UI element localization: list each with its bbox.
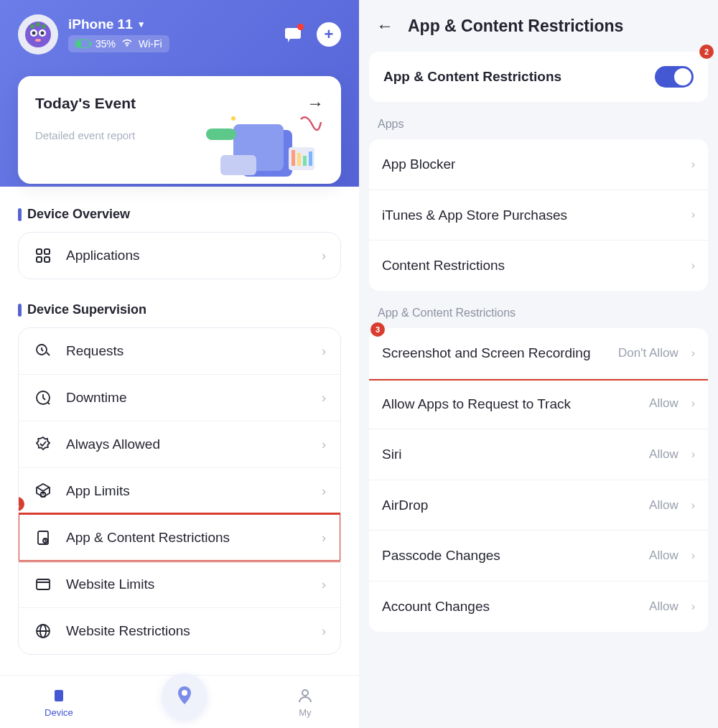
- restrictions-settings-card: Screenshot and Screen Recording Don't Al…: [369, 328, 708, 632]
- apps-icon: [33, 246, 53, 266]
- overview-menu: Applications ›: [18, 232, 341, 279]
- website-limits-icon: [33, 574, 53, 594]
- avatar: [18, 14, 58, 55]
- chevron-right-icon: ›: [691, 499, 695, 512]
- svg-point-34: [302, 690, 308, 696]
- section-overview: Device Overview: [18, 207, 341, 222]
- row-app-blocker[interactable]: App Blocker ›: [369, 139, 708, 190]
- menu-website-restrictions[interactable]: Website Restrictions ›: [19, 607, 340, 654]
- svg-point-19: [231, 116, 236, 121]
- svg-rect-21: [45, 249, 50, 254]
- svg-rect-29: [37, 579, 50, 589]
- device-name: iPhone 11: [68, 17, 133, 32]
- dropdown-caret-icon: ▼: [137, 19, 146, 29]
- chevron-right-icon: ›: [322, 248, 326, 263]
- menu-downtime[interactable]: Downtime ›: [19, 374, 340, 421]
- row-account-changes[interactable]: Account Changes Allow ›: [369, 581, 708, 632]
- chevron-right-icon: ›: [322, 344, 326, 359]
- svg-point-4: [41, 32, 45, 35]
- chevron-right-icon: ›: [322, 577, 326, 592]
- chevron-right-icon: ›: [322, 531, 326, 546]
- svg-point-33: [182, 690, 187, 696]
- battery-icon: [75, 39, 90, 48]
- restrictions-toggle[interactable]: [655, 66, 694, 88]
- chevron-right-icon: ›: [691, 448, 695, 461]
- bottom-nav: Device My: [0, 675, 359, 728]
- menu-applications[interactable]: Applications ›: [19, 233, 340, 279]
- row-siri[interactable]: Siri Allow ›: [369, 429, 708, 480]
- connection-type: Wi-Fi: [139, 38, 162, 50]
- restrictions-icon: [33, 528, 53, 548]
- apps-settings-card: App Blocker › iTunes & App Store Purchas…: [369, 139, 708, 291]
- always-allowed-icon: [33, 434, 53, 454]
- downtime-icon: [33, 388, 53, 408]
- svg-rect-16: [303, 156, 307, 166]
- svg-rect-12: [220, 155, 256, 175]
- main-toggle-card: 2 App & Content Restrictions: [369, 52, 708, 102]
- event-card[interactable]: Today's Event → Detailed event report: [18, 76, 341, 184]
- chevron-right-icon: ›: [322, 437, 326, 452]
- toggle-knob: [674, 68, 691, 85]
- wifi-icon: [121, 38, 133, 50]
- nav-my[interactable]: My: [296, 686, 314, 718]
- app-limits-icon: [33, 481, 53, 501]
- left-panel: iPhone 11 ▼ 35% Wi-Fi: [0, 0, 359, 728]
- requests-icon: [33, 341, 53, 361]
- chat-button[interactable]: [281, 22, 305, 47]
- menu-always-allowed[interactable]: Always Allowed ›: [19, 421, 340, 467]
- section-supervision: Device Supervision: [18, 302, 341, 317]
- row-itunes-purchases[interactable]: iTunes & App Store Purchases ›: [369, 190, 708, 241]
- svg-rect-20: [37, 249, 42, 254]
- back-button[interactable]: ←: [376, 16, 393, 36]
- chevron-right-icon: ›: [691, 347, 695, 360]
- svg-rect-15: [297, 153, 301, 166]
- nav-location[interactable]: [162, 673, 207, 718]
- add-button[interactable]: +: [317, 22, 341, 47]
- svg-point-8: [35, 39, 41, 42]
- restrictions-section-label: App & Content Restrictions: [369, 291, 708, 328]
- battery-percent: 35%: [95, 38, 116, 50]
- row-screenshot-recording[interactable]: Screenshot and Screen Recording Don't Al…: [369, 328, 708, 378]
- device-status: 35% Wi-Fi: [68, 35, 169, 52]
- row-tracking[interactable]: Allow Apps to Request to Track Allow ›: [369, 378, 708, 429]
- notification-dot-icon: [297, 24, 304, 30]
- device-selector[interactable]: iPhone 11 ▼ 35% Wi-Fi: [18, 14, 169, 55]
- annotation-2: 2: [699, 45, 714, 59]
- svg-point-7: [42, 24, 46, 29]
- menu-requests[interactable]: Requests ›: [19, 328, 340, 374]
- menu-app-content-restrictions[interactable]: App & Content Restrictions ›: [19, 514, 340, 561]
- svg-rect-18: [206, 129, 236, 140]
- chevron-right-icon: ›: [322, 391, 326, 406]
- website-restrictions-icon: [33, 621, 53, 641]
- toggle-label: App & Content Restrictions: [383, 69, 561, 85]
- chevron-right-icon: ›: [691, 549, 695, 562]
- row-airdrop[interactable]: AirDrop Allow ›: [369, 480, 708, 531]
- chevron-right-icon: ›: [322, 624, 326, 639]
- svg-point-3: [32, 32, 36, 35]
- chevron-right-icon: ›: [691, 208, 695, 221]
- device-icon: [50, 686, 68, 705]
- event-illustration: [206, 116, 328, 184]
- location-pin-icon: [173, 684, 196, 707]
- profile-icon: [296, 686, 314, 705]
- chevron-right-icon: ›: [322, 484, 326, 499]
- svg-rect-32: [55, 690, 63, 701]
- page-title: App & Content Restrictions: [408, 17, 623, 36]
- arrow-right-icon: →: [307, 93, 324, 113]
- svg-point-6: [36, 22, 40, 27]
- menu-app-limits[interactable]: App Limits ›: [19, 467, 340, 514]
- apps-section-label: Apps: [369, 102, 708, 139]
- row-passcode-changes[interactable]: Passcode Changes Allow ›: [369, 530, 708, 581]
- chevron-right-icon: ›: [691, 397, 695, 410]
- svg-rect-14: [292, 150, 295, 166]
- right-panel: ← App & Content Restrictions 2 App & Con…: [359, 0, 718, 728]
- svg-rect-17: [309, 151, 312, 166]
- svg-rect-22: [37, 257, 42, 262]
- menu-website-limits[interactable]: Website Limits ›: [19, 561, 340, 607]
- event-title: Today's Event: [35, 95, 136, 112]
- row-content-restrictions[interactable]: Content Restrictions ›: [369, 240, 708, 291]
- svg-point-5: [30, 24, 34, 29]
- chevron-right-icon: ›: [691, 259, 695, 272]
- nav-device[interactable]: Device: [45, 686, 73, 718]
- annotation-3: 3: [370, 322, 385, 337]
